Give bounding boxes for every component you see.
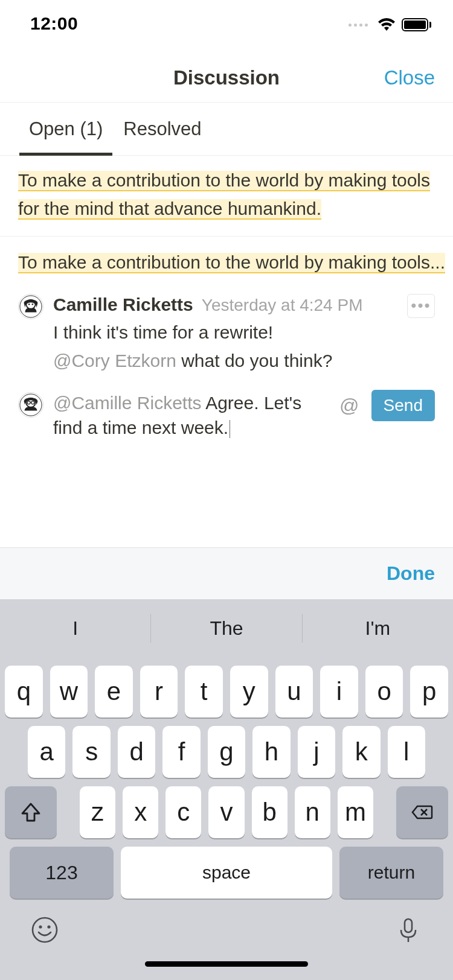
key-f[interactable]: f: [162, 726, 200, 778]
comment-text-line1: I think it's time for a rewrite!: [53, 320, 435, 345]
keyboard-container: Done I The I'm q w e r t y u i o p a: [0, 547, 453, 980]
key-return[interactable]: return: [339, 847, 443, 899]
key-d[interactable]: d: [118, 726, 155, 778]
status-bar: 12:00: [0, 0, 453, 53]
wifi-icon: [378, 18, 396, 31]
key-x[interactable]: x: [123, 786, 158, 838]
key-j[interactable]: j: [298, 726, 335, 778]
key-c[interactable]: c: [165, 786, 201, 838]
cell-signal-dots: [349, 24, 368, 27]
key-b[interactable]: b: [252, 786, 288, 838]
mention-at-button[interactable]: @: [339, 395, 359, 417]
battery-icon: [402, 18, 431, 31]
key-n[interactable]: n: [295, 786, 330, 838]
text-caret: [230, 420, 230, 438]
svg-rect-14: [405, 919, 412, 932]
close-button[interactable]: Close: [384, 66, 435, 89]
keyboard-suggestions: I The I'm: [0, 599, 453, 657]
svg-point-2: [28, 303, 30, 304]
key-h[interactable]: h: [252, 726, 290, 778]
key-s[interactable]: s: [72, 726, 110, 778]
key-k[interactable]: k: [342, 726, 380, 778]
keyboard-row-4: 123 space return: [5, 847, 448, 899]
keyboard-bottom-bar: [0, 899, 453, 953]
suggestion[interactable]: I: [0, 617, 150, 640]
comment: Camille Ricketts Yesterday at 4:24 PM I …: [18, 293, 435, 374]
svg-point-12: [39, 925, 42, 928]
reply-input[interactable]: @Camille Ricketts Agree. Let's find a ti…: [53, 391, 435, 440]
svg-point-13: [47, 925, 50, 928]
comment-text-line2: @Cory Etzkorn what do you think?: [53, 349, 435, 374]
suggestion[interactable]: I'm: [303, 617, 453, 640]
suggestion[interactable]: The: [151, 617, 301, 640]
home-indicator[interactable]: [145, 961, 308, 967]
key-r[interactable]: r: [140, 666, 178, 718]
key-e[interactable]: e: [95, 666, 133, 718]
key-o[interactable]: o: [365, 666, 403, 718]
key-w[interactable]: w: [50, 666, 88, 718]
key-q[interactable]: q: [5, 666, 43, 718]
avatar: [18, 392, 43, 418]
key-backspace[interactable]: [396, 786, 448, 838]
comment-timestamp: Yesterday at 4:24 PM: [202, 294, 363, 317]
more-options-button[interactable]: •••: [407, 294, 435, 318]
key-i[interactable]: i: [320, 666, 358, 718]
mic-icon[interactable]: [394, 915, 423, 947]
key-m[interactable]: m: [338, 786, 373, 838]
key-v[interactable]: v: [208, 786, 244, 838]
tabs: Open (1) Resolved: [0, 103, 453, 156]
comment-text-rest: what do you think?: [176, 351, 333, 371]
key-p[interactable]: p: [410, 666, 448, 718]
send-button[interactable]: Send: [371, 390, 435, 421]
keyboard: I The I'm q w e r t y u i o p a s d: [0, 599, 453, 980]
context-highlight-truncated: To make a contribution to the world by m…: [0, 237, 453, 284]
highlighted-text: To make a contribution to the world by m…: [18, 170, 430, 220]
key-l[interactable]: l: [388, 726, 425, 778]
key-t[interactable]: t: [185, 666, 223, 718]
key-space[interactable]: space: [121, 847, 332, 899]
key-z[interactable]: z: [80, 786, 115, 838]
keyboard-row-2: a s d f g h j k l: [5, 726, 448, 778]
avatar: [18, 294, 43, 319]
emoji-icon[interactable]: [30, 915, 59, 947]
tab-resolved[interactable]: Resolved: [123, 103, 201, 155]
keyboard-toolbar: Done: [0, 547, 453, 599]
svg-point-11: [33, 918, 57, 942]
tab-open[interactable]: Open (1): [29, 103, 103, 155]
svg-point-3: [32, 303, 33, 304]
key-y[interactable]: y: [230, 666, 268, 718]
keyboard-row-1: q w e r t y u i o p: [5, 666, 448, 718]
status-icons: [349, 18, 431, 31]
key-g[interactable]: g: [208, 726, 245, 778]
mention[interactable]: @Cory Etzkorn: [53, 351, 176, 371]
comment-thread: Camille Ricketts Yesterday at 4:24 PM I …: [0, 293, 453, 441]
highlighted-text: To make a contribution to the world by m…: [18, 252, 445, 273]
key-u[interactable]: u: [275, 666, 313, 718]
key-shift[interactable]: [5, 786, 57, 838]
reply-row: @Camille Ricketts Agree. Let's find a ti…: [18, 391, 435, 440]
header: Discussion Close: [0, 53, 453, 103]
comment-body: Camille Ricketts Yesterday at 4:24 PM I …: [53, 293, 435, 374]
key-a[interactable]: a: [28, 726, 65, 778]
page-title: Discussion: [173, 66, 280, 89]
comment-author: Camille Ricketts: [53, 293, 193, 317]
context-highlight-full: To make a contribution to the world by m…: [0, 156, 453, 237]
keyboard-done-button[interactable]: Done: [387, 562, 435, 585]
keyboard-row-3: z x c v b n m: [5, 786, 448, 838]
mention[interactable]: @Camille Ricketts: [53, 393, 202, 413]
key-123[interactable]: 123: [10, 847, 114, 899]
status-time: 12:00: [30, 13, 78, 34]
